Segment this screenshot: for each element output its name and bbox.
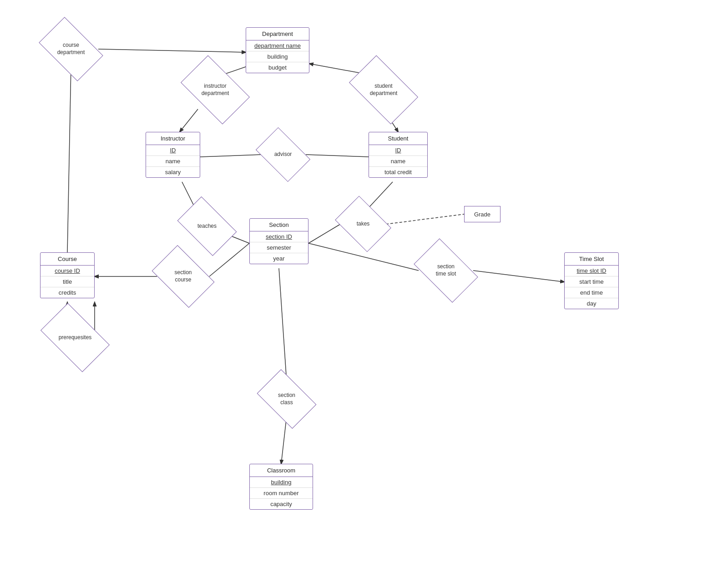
svg-line-7	[306, 155, 369, 157]
instructor-attr-id: ID	[146, 145, 200, 156]
timeslot-title: Time Slot	[565, 253, 618, 266]
course-attr-credits: credits	[40, 287, 94, 298]
dept-attr-budget: budget	[246, 62, 309, 73]
student-title: Student	[369, 132, 427, 145]
timeslot-attr-end: end time	[565, 287, 618, 298]
instructor-entity: Instructor ID name salary	[146, 132, 200, 178]
section-timeslot-diamond: sectiontime slot	[419, 252, 473, 289]
prereqs-diamond: prerequesites	[46, 318, 105, 357]
svg-line-11	[308, 224, 340, 243]
timeslot-attr-start: start time	[565, 276, 618, 287]
dept-attr-building: building	[246, 51, 309, 62]
section-title: Section	[250, 219, 308, 231]
student-attr-credit: total credit	[369, 167, 427, 177]
dept-attr-name: department name	[246, 40, 309, 51]
grade-entity: Grade	[464, 206, 500, 222]
section-attr-id: section ID	[250, 231, 308, 242]
svg-line-15	[279, 268, 287, 382]
teaches-diamond: teaches	[182, 209, 232, 243]
section-course-diamond: sectioncourse	[157, 258, 209, 295]
classroom-attr-building: building	[250, 477, 313, 488]
grade-label: Grade	[474, 211, 490, 218]
timeslot-attr-day: day	[565, 298, 618, 309]
section-entity: Section section ID semester year	[249, 218, 308, 264]
instructor-attr-name: name	[146, 156, 200, 167]
student-department-diamond: studentdepartment	[354, 70, 413, 109]
department-title: Department	[246, 28, 309, 40]
course-department-diamond: coursedepartment	[44, 31, 98, 67]
advisor-diamond: advisor	[260, 139, 306, 171]
svg-line-6	[200, 155, 262, 157]
course-title: Course	[40, 253, 94, 266]
course-entity: Course course ID title credits	[40, 252, 95, 298]
section-class-diamond: sectionclass	[262, 382, 312, 416]
course-attr-id: course ID	[40, 266, 94, 276]
er-diagram: Department department name building budg…	[0, 0, 728, 582]
student-attr-name: name	[369, 156, 427, 167]
classroom-attr-room: room number	[250, 488, 313, 499]
course-attr-title: title	[40, 276, 94, 287]
svg-line-16	[281, 416, 287, 464]
instructor-title: Instructor	[146, 132, 200, 145]
department-entity: Department department name building budg…	[246, 27, 309, 73]
instructor-attr-salary: salary	[146, 167, 200, 177]
timeslot-attr-id: time slot ID	[565, 266, 618, 276]
student-entity: Student ID name total credit	[369, 132, 428, 178]
svg-line-3	[180, 109, 198, 132]
classroom-attr-capacity: capacity	[250, 499, 313, 509]
student-attr-id: ID	[369, 145, 427, 156]
svg-line-0	[98, 49, 246, 52]
svg-line-18	[473, 271, 564, 282]
section-attr-year: year	[250, 253, 308, 264]
timeslot-entity: Time Slot time slot ID start time end ti…	[564, 252, 619, 309]
section-attr-semester: semester	[250, 242, 308, 253]
instructor-department-diamond: instructordepartment	[186, 70, 245, 109]
classroom-entity: Classroom building room number capacity	[249, 464, 313, 510]
takes-diamond: takes	[340, 207, 386, 241]
classroom-title: Classroom	[250, 464, 313, 477]
svg-line-12	[386, 214, 464, 224]
svg-line-1	[67, 67, 71, 252]
